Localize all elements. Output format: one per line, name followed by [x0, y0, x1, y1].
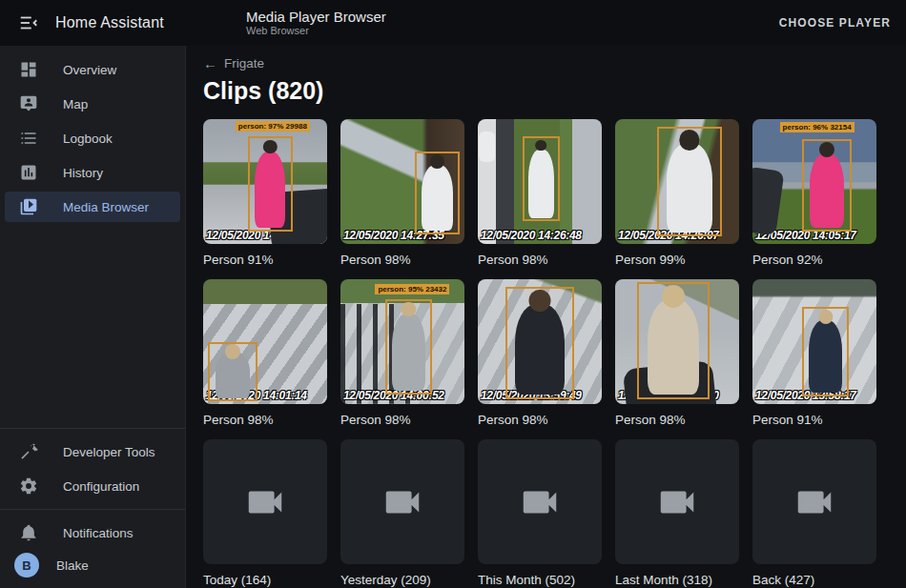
- folder-thumbnail[interactable]: [752, 439, 876, 564]
- video-camera-icon: [793, 480, 836, 524]
- clip-card[interactable]: 12/05/2020 14:26:48 Person 98%: [478, 119, 602, 268]
- detection-bbox: [802, 139, 852, 232]
- clip-card[interactable]: 12/05/2020 14:26:07 Person 99%: [615, 119, 739, 268]
- clip-card[interactable]: 12/05/2020 13:58:30 Person 98%: [615, 279, 739, 428]
- clip-thumbnail[interactable]: 12/05/2020 14:26:48: [478, 119, 602, 244]
- clip-thumbnail[interactable]: person: 97% 29988 12/05/2020 14:38:47: [203, 119, 327, 244]
- folder-label: This Month (502): [478, 573, 602, 588]
- sidebar-item-notifications[interactable]: Notifications: [5, 517, 180, 548]
- person-figure: [422, 165, 453, 231]
- breadcrumb-label: Frigate: [224, 56, 264, 71]
- sidebar-divider: [0, 509, 185, 510]
- folder-card-today[interactable]: Today (164): [203, 439, 327, 588]
- breadcrumb-back-frigate[interactable]: ← Frigate: [203, 53, 264, 72]
- back-arrow-icon: ←: [203, 55, 217, 71]
- detection-label: person: 96% 32154: [780, 122, 855, 132]
- sidebar-item-label: History: [63, 166, 103, 180]
- clip-thumbnail[interactable]: person: 95% 23432 12/05/2020 14:00:52: [340, 279, 464, 404]
- clip-label: Person 92%: [752, 253, 876, 268]
- sidebar-header: Home Assistant: [0, 0, 186, 46]
- detection-bbox: [385, 299, 432, 395]
- folder-thumbnail[interactable]: [340, 439, 464, 564]
- video-camera-icon: [518, 480, 562, 524]
- folder-card-yesterday[interactable]: Yesterday (209): [340, 439, 464, 588]
- bell-icon: [17, 521, 40, 544]
- clip-timestamp: 12/05/2020 14:26:48: [481, 229, 582, 242]
- detection-bbox: [208, 342, 257, 402]
- person-figure: [216, 352, 251, 398]
- user-name: Blake: [56, 558, 89, 573]
- page-header: Media Player Browser Web Browser CHOOSE …: [186, 0, 906, 46]
- menu-collapse-icon: [18, 12, 39, 33]
- folder-card-this-month[interactable]: This Month (502): [478, 439, 602, 588]
- person-figure: [810, 153, 845, 228]
- detection-bbox: [802, 307, 849, 396]
- page-title: Media Player Browser: [246, 9, 779, 25]
- clip-label: Person 98%: [203, 413, 327, 428]
- clip-card[interactable]: 12/05/2020 13:59:49 Person 98%: [478, 279, 602, 428]
- list-icon: [17, 127, 40, 150]
- folder-thumbnail[interactable]: [615, 439, 739, 564]
- clip-label: Person 98%: [615, 413, 739, 428]
- sidebar-item-overview[interactable]: Overview: [5, 54, 180, 85]
- page-subtitle: Web Browser: [246, 25, 779, 37]
- clip-thumbnail[interactable]: 12/05/2020 13:58:17: [752, 279, 876, 404]
- sidebar-item-configuration[interactable]: Configuration: [5, 471, 180, 501]
- clip-thumbnail[interactable]: 12/05/2020 13:59:49: [478, 279, 602, 404]
- clip-thumbnail[interactable]: 12/05/2020 13:58:30: [615, 279, 739, 404]
- sidebar-item-history[interactable]: History: [5, 157, 180, 188]
- folder-label: Last Month (318): [615, 573, 739, 588]
- clip-label: Person 98%: [478, 253, 602, 268]
- detection-bbox: [657, 127, 722, 236]
- folder-thumbnail[interactable]: [478, 439, 602, 564]
- page-title-block: Media Player Browser Web Browser: [246, 9, 779, 37]
- clip-thumbnail[interactable]: 12/05/2020 14:01:14: [203, 279, 327, 404]
- folder-card-back[interactable]: Back (427): [752, 439, 876, 588]
- sidebar-item-label: Configuration: [63, 479, 139, 494]
- clip-label: Person 99%: [615, 253, 739, 268]
- clip-card[interactable]: person: 95% 23432 12/05/2020 14:00:52 Pe…: [340, 279, 464, 428]
- clip-thumbnail[interactable]: 12/05/2020 14:26:07: [615, 119, 739, 244]
- folder-label: Back (427): [752, 573, 876, 588]
- person-figure: [809, 320, 842, 393]
- sidebar-item-logbook[interactable]: Logbook: [5, 123, 180, 153]
- folder-label: Today (164): [203, 573, 327, 588]
- clip-label: Person 91%: [752, 413, 876, 428]
- folder-label: Yesterday (209): [340, 573, 464, 588]
- clip-card[interactable]: 12/05/2020 13:58:17 Person 91%: [752, 279, 876, 428]
- user-avatar: B: [14, 553, 39, 578]
- choose-player-button[interactable]: CHOOSE PLAYER: [779, 16, 891, 30]
- hammer-icon: [17, 440, 40, 463]
- clip-card[interactable]: person: 96% 32154 12/05/2020 14:05:17 Pe…: [752, 119, 876, 268]
- clip-label: Person 98%: [340, 253, 464, 268]
- folder-card-last-month[interactable]: Last Month (318): [615, 439, 739, 588]
- clip-card[interactable]: person: 97% 29988 12/05/2020 14:38:47 Pe…: [203, 119, 327, 268]
- clip-card[interactable]: 12/05/2020 14:27:35 Person 98%: [340, 119, 464, 268]
- detection-bbox: [248, 136, 293, 232]
- dashboard-icon: [17, 58, 40, 81]
- detection-bbox: [637, 282, 709, 399]
- video-camera-icon: [655, 480, 699, 524]
- clip-card[interactable]: 12/05/2020 14:01:14 Person 98%: [203, 279, 327, 428]
- sidebar-item-label: Media Browser: [63, 200, 149, 214]
- clip-thumbnail[interactable]: 12/05/2020 14:27:35: [340, 119, 464, 244]
- sidebar-item-media-browser[interactable]: Media Browser: [5, 192, 180, 222]
- folder-thumbnail[interactable]: [203, 439, 327, 564]
- clips-grid: person: 97% 29988 12/05/2020 14:38:47 Pe…: [203, 119, 906, 588]
- sidebar-toggle-button[interactable]: [13, 8, 44, 38]
- sidebar-bottom: Notifications B Blake: [0, 516, 185, 588]
- sidebar-item-label: Notifications: [63, 526, 134, 540]
- sidebar-item-label: Overview: [63, 63, 116, 77]
- person-figure: [515, 304, 565, 395]
- sidebar-item-user[interactable]: B Blake: [5, 550, 180, 580]
- person-figure: [392, 314, 425, 390]
- sidebar-item-map[interactable]: Map: [5, 89, 180, 119]
- clip-label: Person 98%: [478, 413, 602, 428]
- clip-label: Person 91%: [203, 253, 327, 268]
- clip-thumbnail[interactable]: person: 96% 32154 12/05/2020 14:05:17: [752, 119, 876, 244]
- video-camera-icon: [243, 480, 287, 524]
- sidebar-item-developer-tools[interactable]: Developer Tools: [5, 436, 180, 467]
- app-title: Home Assistant: [55, 14, 164, 31]
- map-person-icon: [17, 92, 40, 115]
- detection-label: person: 95% 23432: [375, 284, 449, 294]
